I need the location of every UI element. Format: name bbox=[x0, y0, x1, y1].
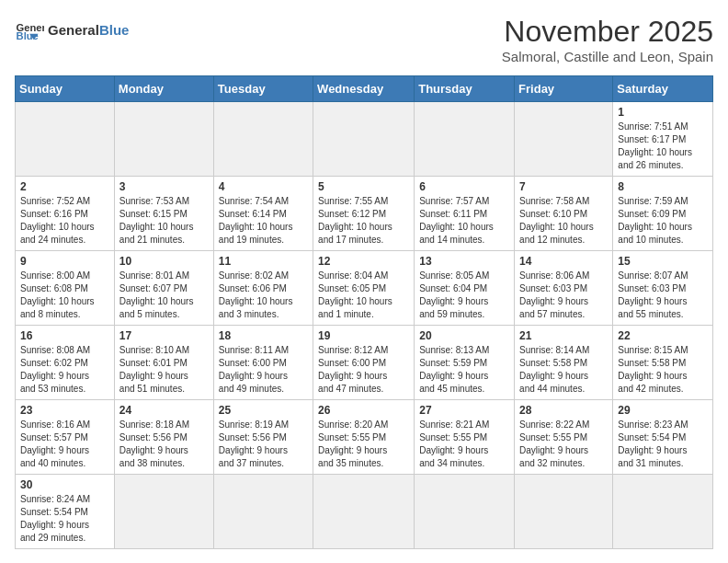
day-info: Sunrise: 8:18 AM Sunset: 5:56 PM Dayligh… bbox=[119, 419, 209, 470]
calendar-cell bbox=[213, 475, 313, 549]
calendar-cell: 19Sunrise: 8:12 AM Sunset: 6:00 PM Dayli… bbox=[313, 326, 415, 400]
calendar-cell bbox=[515, 102, 613, 177]
day-number: 27 bbox=[419, 404, 509, 417]
calendar-cell bbox=[313, 102, 415, 177]
day-number: 15 bbox=[618, 255, 708, 268]
day-info: Sunrise: 8:23 AM Sunset: 5:54 PM Dayligh… bbox=[618, 419, 708, 470]
calendar-cell bbox=[613, 475, 713, 549]
day-number: 25 bbox=[219, 404, 308, 417]
day-info: Sunrise: 8:21 AM Sunset: 5:55 PM Dayligh… bbox=[419, 419, 509, 470]
day-info: Sunrise: 8:07 AM Sunset: 6:03 PM Dayligh… bbox=[618, 270, 708, 321]
day-info: Sunrise: 8:15 AM Sunset: 5:58 PM Dayligh… bbox=[618, 344, 708, 396]
calendar-cell: 12Sunrise: 8:04 AM Sunset: 6:05 PM Dayli… bbox=[313, 251, 415, 326]
calendar-cell: 9Sunrise: 8:00 AM Sunset: 6:08 PM Daylig… bbox=[16, 251, 115, 326]
calendar-cell: 18Sunrise: 8:11 AM Sunset: 6:00 PM Dayli… bbox=[213, 326, 313, 400]
calendar-cell: 10Sunrise: 8:01 AM Sunset: 6:07 PM Dayli… bbox=[114, 251, 213, 326]
calendar-cell: 20Sunrise: 8:13 AM Sunset: 5:59 PM Dayli… bbox=[415, 326, 515, 400]
day-info: Sunrise: 8:06 AM Sunset: 6:03 PM Dayligh… bbox=[519, 270, 608, 321]
day-info: Sunrise: 8:22 AM Sunset: 5:55 PM Dayligh… bbox=[519, 419, 608, 470]
calendar-cell: 17Sunrise: 8:10 AM Sunset: 6:01 PM Dayli… bbox=[114, 326, 213, 400]
calendar-cell bbox=[415, 102, 515, 177]
location-subtitle: Salmoral, Castille and Leon, Spain bbox=[502, 49, 713, 64]
week-row-6: 30Sunrise: 8:24 AM Sunset: 5:54 PM Dayli… bbox=[16, 475, 713, 549]
day-header-thursday: Thursday bbox=[415, 76, 515, 102]
day-number: 23 bbox=[20, 404, 109, 417]
calendar-cell bbox=[515, 475, 613, 549]
day-info: Sunrise: 8:24 AM Sunset: 5:54 PM Dayligh… bbox=[20, 493, 109, 545]
day-number: 1 bbox=[618, 106, 708, 119]
day-header-friday: Friday bbox=[515, 76, 613, 102]
week-row-4: 16Sunrise: 8:08 AM Sunset: 6:02 PM Dayli… bbox=[16, 326, 713, 400]
calendar-cell: 7Sunrise: 7:58 AM Sunset: 6:10 PM Daylig… bbox=[515, 177, 613, 251]
day-header-saturday: Saturday bbox=[613, 76, 713, 102]
day-info: Sunrise: 8:12 AM Sunset: 6:00 PM Dayligh… bbox=[318, 344, 409, 396]
calendar-cell bbox=[313, 475, 415, 549]
calendar-cell: 24Sunrise: 8:18 AM Sunset: 5:56 PM Dayli… bbox=[114, 400, 213, 475]
day-number: 14 bbox=[519, 255, 608, 268]
day-number: 10 bbox=[119, 255, 209, 268]
calendar-cell: 25Sunrise: 8:19 AM Sunset: 5:56 PM Dayli… bbox=[213, 400, 313, 475]
calendar-cell: 29Sunrise: 8:23 AM Sunset: 5:54 PM Dayli… bbox=[613, 400, 713, 475]
day-header-sunday: Sunday bbox=[16, 76, 115, 102]
logo-normal: General bbox=[48, 22, 99, 38]
calendar-cell bbox=[415, 475, 515, 549]
week-row-2: 2Sunrise: 7:52 AM Sunset: 6:16 PM Daylig… bbox=[16, 177, 713, 251]
day-number: 30 bbox=[20, 478, 109, 491]
calendar-cell bbox=[16, 102, 115, 177]
month-year-title: November 2025 bbox=[502, 15, 713, 49]
day-info: Sunrise: 7:53 AM Sunset: 6:15 PM Dayligh… bbox=[119, 195, 209, 247]
calendar-cell: 3Sunrise: 7:53 AM Sunset: 6:15 PM Daylig… bbox=[114, 177, 213, 251]
day-number: 16 bbox=[20, 329, 109, 342]
day-info: Sunrise: 8:20 AM Sunset: 5:55 PM Dayligh… bbox=[318, 419, 409, 470]
calendar-cell: 27Sunrise: 8:21 AM Sunset: 5:55 PM Dayli… bbox=[415, 400, 515, 475]
day-info: Sunrise: 7:58 AM Sunset: 6:10 PM Dayligh… bbox=[519, 195, 608, 247]
week-row-3: 9Sunrise: 8:00 AM Sunset: 6:08 PM Daylig… bbox=[16, 251, 713, 326]
day-number: 9 bbox=[20, 255, 109, 268]
day-number: 21 bbox=[519, 329, 608, 342]
day-number: 29 bbox=[618, 404, 708, 417]
calendar-cell: 2Sunrise: 7:52 AM Sunset: 6:16 PM Daylig… bbox=[16, 177, 115, 251]
svg-text:Blue: Blue bbox=[17, 30, 39, 41]
day-info: Sunrise: 8:01 AM Sunset: 6:07 PM Dayligh… bbox=[119, 270, 209, 321]
calendar-cell: 30Sunrise: 8:24 AM Sunset: 5:54 PM Dayli… bbox=[16, 475, 115, 549]
calendar-cell: 8Sunrise: 7:59 AM Sunset: 6:09 PM Daylig… bbox=[613, 177, 713, 251]
day-number: 7 bbox=[519, 180, 608, 193]
calendar-cell: 14Sunrise: 8:06 AM Sunset: 6:03 PM Dayli… bbox=[515, 251, 613, 326]
calendar-cell: 28Sunrise: 8:22 AM Sunset: 5:55 PM Dayli… bbox=[515, 400, 613, 475]
day-info: Sunrise: 8:19 AM Sunset: 5:56 PM Dayligh… bbox=[219, 419, 308, 470]
day-header-monday: Monday bbox=[114, 76, 213, 102]
day-info: Sunrise: 8:13 AM Sunset: 5:59 PM Dayligh… bbox=[419, 344, 509, 396]
day-info: Sunrise: 8:04 AM Sunset: 6:05 PM Dayligh… bbox=[318, 270, 409, 321]
day-info: Sunrise: 7:59 AM Sunset: 6:09 PM Dayligh… bbox=[618, 195, 708, 247]
day-info: Sunrise: 7:57 AM Sunset: 6:11 PM Dayligh… bbox=[419, 195, 509, 247]
day-info: Sunrise: 8:14 AM Sunset: 5:58 PM Dayligh… bbox=[519, 344, 608, 396]
day-number: 5 bbox=[318, 180, 409, 193]
day-number: 3 bbox=[119, 180, 209, 193]
day-info: Sunrise: 7:52 AM Sunset: 6:16 PM Dayligh… bbox=[20, 195, 109, 247]
header: General Blue GeneralBlue November 2025 S… bbox=[15, 15, 713, 64]
day-info: Sunrise: 8:02 AM Sunset: 6:06 PM Dayligh… bbox=[219, 270, 308, 321]
calendar-table: SundayMondayTuesdayWednesdayThursdayFrid… bbox=[15, 75, 713, 549]
day-info: Sunrise: 8:11 AM Sunset: 6:00 PM Dayligh… bbox=[219, 344, 308, 396]
calendar-cell: 21Sunrise: 8:14 AM Sunset: 5:58 PM Dayli… bbox=[515, 326, 613, 400]
day-info: Sunrise: 8:10 AM Sunset: 6:01 PM Dayligh… bbox=[119, 344, 209, 396]
logo-accent: Blue bbox=[99, 22, 130, 38]
day-header-tuesday: Tuesday bbox=[213, 76, 313, 102]
calendar-cell: 26Sunrise: 8:20 AM Sunset: 5:55 PM Dayli… bbox=[313, 400, 415, 475]
day-info: Sunrise: 8:16 AM Sunset: 5:57 PM Dayligh… bbox=[20, 419, 109, 470]
logo: General Blue GeneralBlue bbox=[15, 15, 129, 44]
day-header-wednesday: Wednesday bbox=[313, 76, 415, 102]
day-number: 24 bbox=[119, 404, 209, 417]
calendar-cell bbox=[114, 102, 213, 177]
day-number: 2 bbox=[20, 180, 109, 193]
logo-text: GeneralBlue bbox=[48, 22, 129, 38]
day-number: 28 bbox=[519, 404, 608, 417]
calendar-cell bbox=[114, 475, 213, 549]
logo-icon: General Blue bbox=[15, 15, 44, 44]
calendar-cell: 11Sunrise: 8:02 AM Sunset: 6:06 PM Dayli… bbox=[213, 251, 313, 326]
day-number: 18 bbox=[219, 329, 308, 342]
calendar-cell: 4Sunrise: 7:54 AM Sunset: 6:14 PM Daylig… bbox=[213, 177, 313, 251]
day-info: Sunrise: 7:51 AM Sunset: 6:17 PM Dayligh… bbox=[618, 121, 708, 172]
day-number: 22 bbox=[618, 329, 708, 342]
day-number: 8 bbox=[618, 180, 708, 193]
